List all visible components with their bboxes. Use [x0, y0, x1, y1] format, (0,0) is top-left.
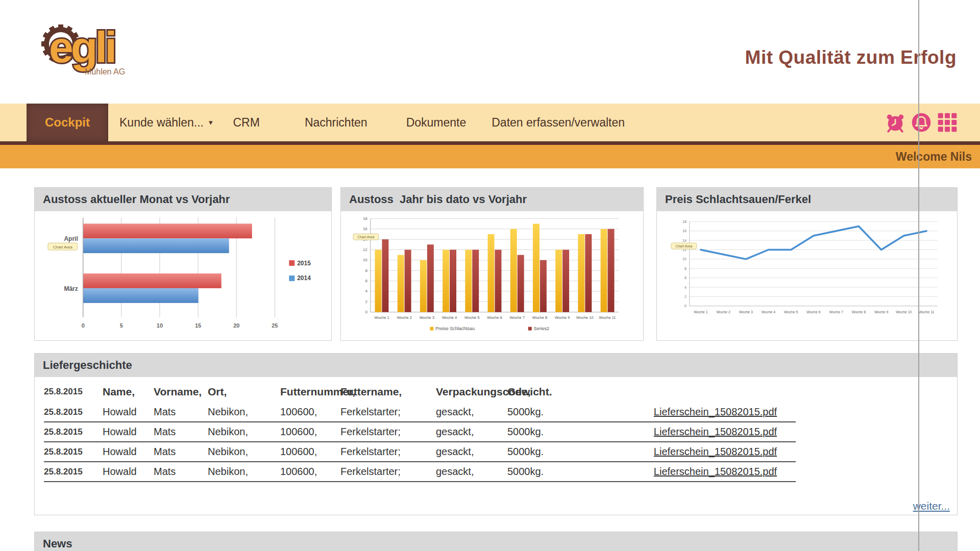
- svg-text:8: 8: [684, 267, 687, 270]
- main-nav: Cockpit Kunde wählen... ▾ CRM Nachrichte…: [0, 104, 980, 141]
- delivery-cell: Nebikon,: [208, 406, 280, 418]
- svg-text:Woche 11: Woche 11: [599, 315, 616, 320]
- delivery-document-link[interactable]: Lieferschein_15082015.pdf: [635, 466, 796, 478]
- svg-text:Woche 3: Woche 3: [420, 315, 434, 320]
- panel-ytd-output: Austoss Jahr bis dato vs Vorjahr 0246810…: [340, 187, 644, 341]
- svg-text:4: 4: [365, 289, 368, 293]
- svg-text:5: 5: [120, 322, 123, 329]
- delivery-document-link[interactable]: Lieferschein_15082015.pdf: [635, 426, 796, 438]
- delivery-col-header: Vorname,: [154, 386, 208, 398]
- svg-text:Woche 6: Woche 6: [806, 310, 820, 314]
- vertical-divider-line: [918, 0, 919, 551]
- panel-title: Austoss aktueller Monat vs Vorjahr: [35, 188, 331, 211]
- svg-text:18: 18: [682, 220, 687, 223]
- svg-text:2: 2: [684, 295, 687, 298]
- delivery-cell: Mats: [154, 446, 208, 458]
- svg-text:2015: 2015: [297, 260, 311, 267]
- svg-text:Woche 8: Woche 8: [532, 315, 547, 320]
- svg-text:Woche 4: Woche 4: [762, 310, 775, 314]
- logo-wordmark: egli: [49, 22, 114, 71]
- svg-text:18: 18: [363, 216, 368, 221]
- welcome-bar: Welcome Nils: [0, 145, 980, 168]
- delivery-document-link[interactable]: Lieferschein_15082015.pdf: [635, 406, 796, 418]
- svg-text:10: 10: [682, 257, 687, 261]
- svg-text:12: 12: [363, 247, 368, 252]
- nav-tab-cockpit[interactable]: Cockpit: [27, 104, 108, 141]
- svg-text:16: 16: [682, 229, 687, 233]
- alarm-clock-icon[interactable]: [885, 112, 905, 133]
- svg-text:Woche 9: Woche 9: [874, 310, 888, 314]
- svg-text:März: März: [64, 285, 78, 292]
- delivery-cell: Ferkelstarter;: [340, 426, 436, 438]
- panel-news: News: [34, 532, 958, 551]
- company-tagline: Mit Qualität zum Erfolg: [745, 47, 957, 68]
- svg-text:15: 15: [195, 322, 201, 329]
- nav-icon-group: [885, 112, 958, 133]
- delivery-cell: Mats: [154, 406, 208, 418]
- delivery-col-header: Futternummer,: [280, 386, 340, 398]
- svg-text:Woche 10: Woche 10: [896, 310, 912, 314]
- svg-text:Woche 7: Woche 7: [510, 315, 525, 320]
- delivery-cell: gesackt,: [436, 446, 507, 458]
- delivery-cell: 25.8.2015: [44, 427, 103, 437]
- delivery-table: 25.8.2015Name,Vorname,Ort,Futternummer,F…: [35, 377, 957, 515]
- delivery-cell: 5000kg.: [507, 426, 635, 438]
- panel-monthly-output: Austoss aktueller Monat vs Vorjahr 05101…: [34, 187, 332, 341]
- delivery-cell: Howald: [103, 406, 154, 418]
- monthly-output-chart-body: 0510152025AprilMärzChart Area20152014: [35, 211, 331, 340]
- svg-text:Woche 5: Woche 5: [784, 310, 798, 314]
- nav-item-nachrichten[interactable]: Nachrichten: [305, 116, 368, 130]
- svg-text:Chart Area: Chart Area: [53, 245, 73, 249]
- delivery-cell: Howald: [103, 466, 154, 478]
- nav-item-kunde-waehlen[interactable]: Kunde wählen...: [119, 116, 204, 130]
- panel-price-line: Preis Schlachtsauen/Ferkel 0246810121416…: [656, 187, 958, 341]
- panel-title: Austoss Jahr bis dato vs Vorjahr: [341, 188, 643, 211]
- delivery-cell: 5000kg.: [507, 466, 635, 478]
- delivery-cell: 25.8.2015: [44, 447, 103, 457]
- page-header: egli Mühlen AG Mit Qualität zum Erfolg: [0, 0, 980, 104]
- svg-text:25: 25: [272, 322, 278, 329]
- nav-item-crm[interactable]: CRM: [233, 116, 260, 130]
- bell-icon[interactable]: [911, 112, 932, 133]
- ytd-output-chart-body: 024681012141618Woche 1Woche 2Woche 3Woch…: [341, 211, 643, 340]
- svg-text:Woche 1: Woche 1: [694, 310, 707, 314]
- svg-text:0: 0: [82, 322, 85, 329]
- svg-text:8: 8: [365, 268, 368, 273]
- svg-text:Woche 8: Woche 8: [852, 310, 866, 314]
- svg-text:Woche 11: Woche 11: [919, 310, 935, 314]
- egli-logo: egli Mühlen AG: [36, 15, 168, 87]
- svg-text:2014: 2014: [297, 274, 311, 282]
- panel-delivery-history: Liefergeschichte 25.8.2015Name,Vorname,O…: [34, 353, 958, 515]
- delivery-cell: 100600,: [280, 466, 340, 478]
- svg-text:0: 0: [684, 304, 687, 308]
- svg-text:Woche 6: Woche 6: [487, 315, 502, 320]
- table-row: 25.8.2015HowaldMatsNebikon,100600,Ferkel…: [44, 422, 796, 442]
- svg-text:Woche 2: Woche 2: [397, 315, 411, 320]
- price-line-chart: 024681012141618Woche 1Woche 2Woche 3Woch…: [657, 211, 957, 339]
- svg-text:Woche 4: Woche 4: [442, 315, 457, 320]
- svg-text:14: 14: [682, 239, 687, 242]
- svg-text:Woche 9: Woche 9: [555, 315, 570, 320]
- svg-text:10: 10: [157, 322, 163, 329]
- delivery-cell: 100600,: [280, 426, 340, 438]
- delivery-cell: Ferkelstarter;: [340, 446, 436, 458]
- delivery-cell: Howald: [103, 426, 154, 438]
- svg-text:Woche 1: Woche 1: [374, 315, 389, 320]
- svg-text:Series2: Series2: [534, 326, 549, 331]
- svg-text:2: 2: [365, 299, 368, 304]
- svg-text:Preise Schlachtsau: Preise Schlachtsau: [435, 326, 475, 331]
- nav-item-daten-erfassen[interactable]: Daten erfassen/verwalten: [492, 116, 625, 130]
- svg-text:Woche 7: Woche 7: [829, 310, 843, 314]
- table-row: 25.8.2015HowaldMatsNebikon,100600,Ferkel…: [44, 462, 796, 482]
- delivery-cell: Howald: [103, 446, 154, 458]
- svg-text:10: 10: [363, 258, 368, 262]
- panel-title: Preis Schlachtsauen/Ferkel: [657, 188, 957, 211]
- nav-item-dokumente[interactable]: Dokumente: [406, 116, 467, 130]
- grid-icon[interactable]: [937, 112, 958, 133]
- delivery-col-header: Gewicht.: [507, 386, 635, 398]
- logo-subtext: Mühlen AG: [85, 67, 125, 76]
- delivery-document-link[interactable]: Lieferschein_15082015.pdf: [635, 446, 796, 458]
- chevron-down-icon[interactable]: ▾: [209, 118, 213, 127]
- nav-divider: [0, 141, 980, 145]
- delivery-cell: Ferkelstarter;: [340, 406, 436, 418]
